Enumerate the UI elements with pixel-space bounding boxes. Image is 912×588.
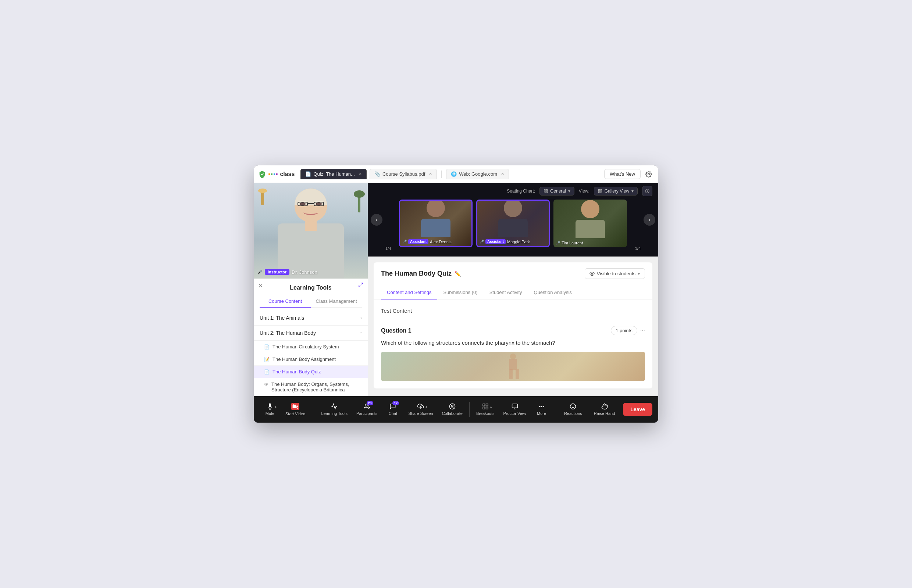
chat-icon: 17: [389, 403, 396, 410]
svg-rect-3: [544, 191, 546, 193]
breakouts-label: Breakouts: [476, 411, 495, 416]
title-bar: ■ ■ ■ ■ class 📄 Quiz: The Human... ✕ 📎 C…: [254, 165, 658, 183]
breakouts-button[interactable]: ▲ Breakouts: [473, 401, 498, 418]
learning-tools-button[interactable]: Learning Tools: [318, 401, 351, 418]
video-icon: [291, 403, 299, 410]
leave-button[interactable]: Leave: [623, 403, 652, 416]
sub-item-hbq[interactable]: 📄 The Human Body Quiz: [254, 366, 368, 378]
more-button[interactable]: More: [531, 401, 552, 418]
thumb-bg-tim: [554, 200, 627, 247]
view-value: Gallery View: [604, 189, 629, 194]
tab-syllabus[interactable]: 📎 Course Syllabus.pdf ✕: [369, 169, 437, 179]
quiz-tab-submissions[interactable]: Submissions (0): [437, 285, 483, 300]
question-image: [381, 352, 645, 381]
instructor-name: Dr. Johnson: [292, 270, 317, 275]
unit-1[interactable]: Unit 1: The Animals ›: [254, 310, 368, 326]
thumb-role-maggie: Assistant: [485, 239, 505, 244]
thumb-mic-maggie: 🎤: [479, 240, 484, 244]
proctor-view-icon: [512, 403, 518, 410]
sub-item-hboss[interactable]: 👁 The Human Body: Organs, Systems, Struc…: [254, 378, 368, 396]
logo-text: class: [280, 171, 295, 178]
tab-syllabus-icon: 📎: [374, 171, 380, 177]
participants-button[interactable]: 23 Participants: [353, 401, 381, 418]
raise-hand-icon: [601, 403, 608, 410]
seating-select[interactable]: General ▾: [539, 187, 574, 195]
video-thumb-maggie[interactable]: 🎤 Assistant Maggie Park: [476, 200, 550, 247]
tab-quiz[interactable]: 📄 Quiz: The Human... ✕: [300, 169, 366, 179]
reactions-button[interactable]: Reactions: [560, 401, 586, 418]
svg-rect-24: [512, 404, 517, 408]
proctor-label: Proctor View: [503, 411, 526, 416]
mute-label: Mute: [266, 411, 274, 416]
learning-tools-icon: [331, 403, 338, 410]
edit-icon[interactable]: ✏️: [455, 271, 461, 277]
svg-rect-6: [601, 190, 602, 191]
video-thumb-alex[interactable]: 🎤 Assistant Alex Dennis: [399, 200, 473, 247]
main-content: 🎤 Instructor Dr. Johnson ✕ Learning Tool…: [254, 183, 658, 396]
video-label: Start Video: [285, 412, 305, 416]
question-more-button[interactable]: ···: [640, 328, 645, 334]
seating-chevron-icon: ▾: [568, 189, 570, 194]
quiz-tab-content[interactable]: Content and Settings: [381, 285, 437, 300]
unit-1-chevron: ›: [360, 315, 362, 320]
app-window: ■ ■ ■ ■ class 📄 Quiz: The Human... ✕ 📎 C…: [254, 165, 658, 423]
question-1-row: Question 1 1 points ···: [381, 326, 645, 335]
svg-rect-4: [546, 191, 548, 193]
quiz-header: The Human Body Quiz ✏️ Visible to studen…: [374, 262, 652, 285]
left-panel: 🎤 Instructor Dr. Johnson ✕ Learning Tool…: [254, 183, 368, 396]
video-strip: Seating Chart: General ▾ View:: [368, 183, 658, 257]
tab-class-management[interactable]: Class Management: [311, 296, 362, 308]
tab-google-close[interactable]: ✕: [501, 171, 504, 176]
quiz-title: The Human Body Quiz: [381, 270, 452, 278]
whats-new-button[interactable]: What's New: [604, 169, 641, 179]
collaborate-button[interactable]: Collaborate: [438, 401, 466, 418]
toolbar-center: Learning Tools 23 Participants: [309, 401, 560, 418]
bottom-toolbar: ▲ Mute Start Video: [254, 396, 658, 423]
svg-point-27: [539, 406, 540, 407]
tab-google[interactable]: 🌐 Web: Google.com ✕: [446, 169, 509, 179]
tab-quiz-close[interactable]: ✕: [358, 171, 362, 176]
thumb-role-alex: Assistant: [408, 239, 428, 244]
raise-hand-button[interactable]: Raise Hand: [590, 401, 619, 418]
quiz-doc-icon: 📄: [264, 369, 270, 375]
view-chevron-icon: ▾: [632, 189, 633, 194]
quiz-tab-analysis[interactable]: Question Analysis: [528, 285, 578, 300]
raise-hand-label: Raise Hand: [594, 411, 615, 416]
mute-button[interactable]: ▲ Mute: [260, 401, 280, 418]
visibility-button[interactable]: Visible to students ▾: [585, 268, 645, 279]
points-badge: 1 points: [611, 326, 637, 335]
timer-button[interactable]: [642, 186, 652, 196]
tab-separator: [441, 171, 442, 178]
chat-button[interactable]: 17 Chat: [382, 401, 403, 418]
video-thumb-tim[interactable]: 🎤 Tim Laurent: [554, 200, 627, 247]
proctor-view-button[interactable]: Proctor View: [499, 401, 530, 418]
thumb-mic-alex: 🎤: [402, 240, 407, 244]
svg-rect-5: [598, 190, 600, 191]
tab-google-label: Web: Google.com: [459, 171, 497, 177]
svg-point-28: [541, 406, 542, 407]
thumb-label-alex: 🎤 Assistant Alex Dennis: [402, 239, 452, 244]
sub-item-hcs[interactable]: 📄 The Human Circulatory System: [254, 341, 368, 353]
seating-bar: Seating Chart: General ▾ View:: [368, 183, 658, 199]
sub-item-hba[interactable]: 📝 The Human Body Assignment: [254, 353, 368, 366]
unit-2[interactable]: Unit 2: The Human Body ›: [254, 326, 368, 341]
question-1-label: Question 1: [381, 328, 411, 334]
quiz-tab-activity[interactable]: Student Activity: [484, 285, 528, 300]
svg-point-30: [570, 404, 576, 409]
tab-syllabus-close[interactable]: ✕: [429, 171, 432, 176]
panel-tabs: Course Content Class Management: [260, 296, 362, 308]
panel-close-button[interactable]: ✕: [258, 282, 263, 289]
instructor-photo-bg: [254, 183, 368, 279]
svg-rect-1: [544, 190, 546, 191]
page-num-right: 1/4: [635, 246, 641, 250]
share-screen-button[interactable]: ▲ Share Screen: [405, 401, 436, 418]
view-select[interactable]: Gallery View ▾: [594, 187, 638, 195]
start-video-button[interactable]: Start Video: [282, 401, 309, 418]
content-area: The Human Body Quiz ✏️ Visible to studen…: [368, 257, 658, 396]
quiz-card: The Human Body Quiz ✏️ Visible to studen…: [374, 262, 652, 388]
panel-expand-button[interactable]: [358, 282, 363, 289]
video-nav-left[interactable]: ‹: [371, 214, 382, 226]
video-nav-right[interactable]: ›: [643, 214, 655, 226]
settings-icon[interactable]: [643, 169, 654, 179]
tab-course-content[interactable]: Course Content: [260, 296, 311, 308]
